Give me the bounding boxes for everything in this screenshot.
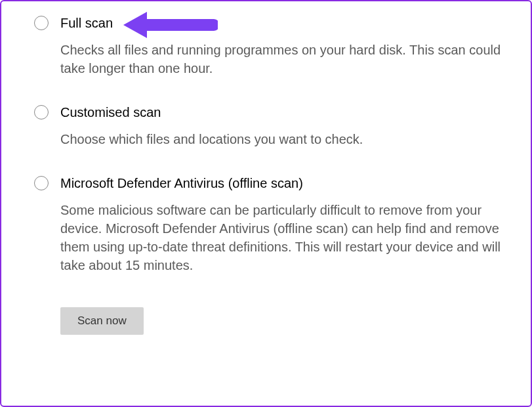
- radio-button[interactable]: [34, 16, 49, 30]
- option-description: Checks all files and running programmes …: [60, 41, 506, 77]
- radio-button[interactable]: [34, 105, 49, 119]
- option-title: Customised scan: [60, 104, 161, 121]
- option-description: Choose which files and locations you wan…: [60, 130, 506, 148]
- scan-options-panel: Full scan Checks all files and running p…: [0, 0, 532, 407]
- scan-now-button[interactable]: Scan now: [60, 307, 144, 335]
- option-title: Microsoft Defender Antivirus (offline sc…: [60, 175, 303, 192]
- radio-option-full-scan[interactable]: Full scan: [34, 14, 511, 32]
- radio-option-customised-scan[interactable]: Customised scan: [34, 104, 511, 121]
- radio-option-offline-scan[interactable]: Microsoft Defender Antivirus (offline sc…: [34, 175, 511, 192]
- scan-option-full: Full scan Checks all files and running p…: [34, 14, 511, 77]
- radio-button[interactable]: [34, 176, 49, 190]
- scan-option-offline: Microsoft Defender Antivirus (offline sc…: [34, 175, 511, 274]
- option-description: Some malicious software can be particula…: [60, 201, 506, 274]
- scan-option-customised: Customised scan Choose which files and l…: [34, 104, 511, 148]
- option-title: Full scan: [60, 14, 113, 32]
